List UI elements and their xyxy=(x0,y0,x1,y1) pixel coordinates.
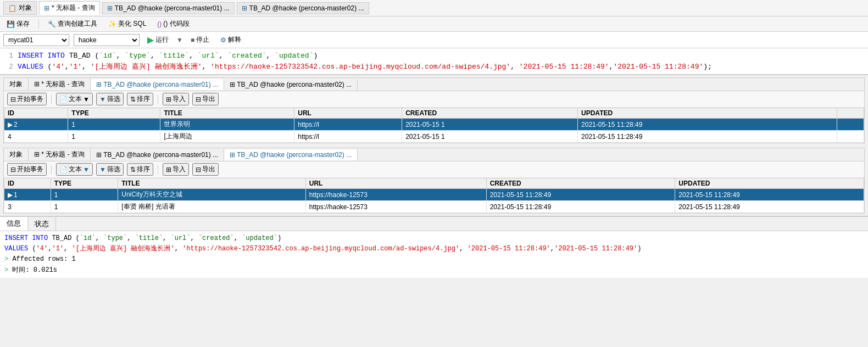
table-row[interactable]: 3 1 [奉贤 南桥] 光语著 https://haoke-12573 2021… xyxy=(4,201,864,213)
sort-icon-1: ⇅ xyxy=(130,96,136,103)
p2-r1-title: UniCity万科天空之城 xyxy=(118,189,306,201)
panel1-tab-master01[interactable]: ⊞ TB_AD @haoke (percona-master01) ... xyxy=(91,79,224,90)
p2-r2-url: https://haoke-12573 xyxy=(305,201,486,213)
run-button[interactable]: ▶ 运行 xyxy=(144,33,172,46)
panel2-tab-master02[interactable]: ⊞ TB_AD @haoke (percona-master02) ... xyxy=(224,149,358,160)
p2-r1-created: 2021-05-15 11:28:49 xyxy=(486,189,675,201)
tab-tb-ad-master01[interactable]: ⊞ TB_AD @haoke (percona-master01) ... xyxy=(102,2,235,14)
stop-button[interactable]: ■ 停止 xyxy=(187,34,213,46)
panel2-tab-object[interactable]: 对象 xyxy=(4,148,29,161)
p2-sort-btn[interactable]: ⇅ 排序 xyxy=(127,163,153,176)
p1-r1-created: 2021-05-15 1 xyxy=(402,119,578,131)
p1-r2-title: [上海周边 xyxy=(160,131,294,143)
sql-line-2: 2 VALUES ('4','1', '[上海周边 嘉兴] 融创海逸长洲', '… xyxy=(4,61,864,72)
save-icon: 💾 xyxy=(7,20,15,28)
p1-sep1 xyxy=(51,95,52,104)
sql-editor[interactable]: 1 INSERT INTO TB_AD (`id`, `type`, `titl… xyxy=(0,48,868,75)
p2-col-url: URL xyxy=(305,178,486,189)
result-panel-1: 对象 ⊞ * 无标题 - 查询 ⊞ TB_AD @haoke (percona-… xyxy=(3,77,865,143)
info-tab-status[interactable]: 状态 xyxy=(28,217,56,231)
filter-icon-1: ▼ xyxy=(99,96,106,103)
run-icon: ▶ xyxy=(147,35,154,45)
p2-r2-id: 3 xyxy=(4,201,51,213)
table-icon-2: ⊞ xyxy=(242,4,247,12)
result-panel-2: 对象 ⊞ * 无标题 - 查询 ⊞ TB_AD @haoke (percona-… xyxy=(3,148,865,214)
sql-text-1: INSERT INTO TB_AD (`id`, `type`, `title`… xyxy=(18,51,318,61)
table-icon-1: ⊞ xyxy=(107,4,113,12)
export-icon-1: ⊟ xyxy=(196,96,201,103)
p2-import-btn[interactable]: ⊞ 导入 xyxy=(163,163,189,176)
line-number-2: 2 xyxy=(4,61,13,72)
info-line-4: > 时间: 0.021s xyxy=(4,265,864,276)
db-select-1[interactable]: mycat01 xyxy=(3,34,69,46)
p2-sep1 xyxy=(51,165,52,174)
sql-line-1: 1 INSERT INTO TB_AD (`id`, `type`, `titl… xyxy=(4,51,864,61)
p1-col-extra xyxy=(837,108,864,119)
info-content: INSERT INTO TB_AD (`id`, `type`, `title`… xyxy=(0,231,868,278)
panel1-toolbar: ⊟ 开始事务 📄 文本 ▼ ▼ 筛选 ⇅ 排序 ⊞ 导入 xyxy=(4,91,864,108)
p2-col-updated: UPDATED xyxy=(675,178,864,189)
p2-filter-btn[interactable]: ▼ 筛选 xyxy=(96,163,124,176)
p1-r1-extra xyxy=(837,119,864,131)
p1-export-btn[interactable]: ⊟ 导出 xyxy=(192,93,219,105)
table-row[interactable]: 4 1 [上海周边 https://l 2021-05-15 1 2021-05… xyxy=(4,131,864,143)
p1-filter-btn[interactable]: ▼ 筛选 xyxy=(96,93,124,105)
text-icon-1: 📄 xyxy=(59,96,68,103)
query-icon: ⊞ xyxy=(44,4,49,12)
save-button[interactable]: 💾 保存 xyxy=(3,18,33,30)
panel1-tab-master02[interactable]: ⊞ TB_AD @haoke (percona-master02) ... xyxy=(224,79,358,90)
p1-r2-updated: 2021-05-15 11:28:49 xyxy=(578,131,837,143)
tab-tb-ad-master02[interactable]: ⊞ TB_AD @haoke (percona-master02) ... xyxy=(237,2,369,14)
p2-r1-type: 1 xyxy=(51,189,118,201)
p1-text-btn[interactable]: 📄 文本 ▼ xyxy=(56,93,93,105)
text-dropdown-1: ▼ xyxy=(83,96,90,103)
p1-col-type: TYPE xyxy=(68,108,160,119)
separator-run: ▼ xyxy=(176,36,183,44)
tab-object[interactable]: 📋 对象 xyxy=(3,1,37,15)
p2-r1-url: https://haoke-12573 xyxy=(305,189,486,201)
panel2-tab-query[interactable]: ⊞ * 无标题 - 查询 xyxy=(29,148,91,161)
panel1-tab-query[interactable]: ⊞ * 无标题 - 查询 xyxy=(29,78,91,91)
panel2-tab-master01[interactable]: ⊞ TB_AD @haoke (percona-master01) ... xyxy=(91,149,224,160)
explain-button[interactable]: ⚙ 解释 xyxy=(217,34,244,46)
p1-r2-id: 4 xyxy=(4,131,68,143)
p2-text-btn[interactable]: 📄 文本 ▼ xyxy=(56,163,93,176)
p2-col-title: TITLE xyxy=(118,178,306,189)
p1-r1-updated: 2021-05-15 11:28:49 xyxy=(578,119,837,131)
table-row[interactable]: ▶2 1 世界亲明 https://l 2021-05-15 1 2021-05… xyxy=(4,119,864,131)
import-icon-1: ⊞ xyxy=(166,96,171,103)
db-selector-bar: mycat01 haoke ▶ 运行 ▼ ■ 停止 ⚙ 解释 xyxy=(0,32,868,48)
p1-r2-created: 2021-05-15 1 xyxy=(402,131,578,143)
p1-r1-id: ▶2 xyxy=(4,119,68,131)
beautify-button[interactable]: ✨ 美化 SQL xyxy=(105,18,149,30)
info-tab-info[interactable]: 信息 xyxy=(0,217,28,231)
table-row[interactable]: ▶1 1 UniCity万科天空之城 https://haoke-12573 2… xyxy=(4,189,864,201)
info-tabs: 信息 状态 xyxy=(0,217,868,231)
code-icon: () xyxy=(157,20,162,28)
query-tool-button[interactable]: 🔧 查询创建工具 xyxy=(44,18,101,30)
p2-col-type: TYPE xyxy=(51,178,118,189)
info-panel: 信息 状态 INSERT INTO TB_AD (`id`, `type`, `… xyxy=(0,216,868,278)
p2-r1-updated: 2021-05-15 11:28:49 xyxy=(675,189,864,201)
p1-import-btn[interactable]: ⊞ 导入 xyxy=(163,93,189,105)
p1-sort-btn[interactable]: ⇅ 排序 xyxy=(127,93,153,105)
p2-export-btn[interactable]: ⊟ 导出 xyxy=(192,163,219,176)
p1-col-id: ID xyxy=(4,108,68,119)
text-icon-2: 📄 xyxy=(59,166,68,174)
tab-query[interactable]: ⊞ * 无标题 - 查询 xyxy=(39,1,100,15)
sql-text-2: VALUES ('4','1', '[上海周边 嘉兴] 融创海逸长洲', 'ht… xyxy=(18,61,712,72)
panel1-table: ID TYPE TITLE URL CREATED UPDATED ▶2 1 世… xyxy=(4,108,864,143)
p2-r2-type: 1 xyxy=(51,201,118,213)
beautify-icon: ✨ xyxy=(108,20,116,28)
stop-icon: ■ xyxy=(191,36,194,44)
p2-start-transaction[interactable]: ⊟ 开始事务 xyxy=(7,163,47,176)
import-icon-2: ⊞ xyxy=(166,166,171,174)
p2-r1-id: ▶1 xyxy=(4,189,51,201)
db-select-2[interactable]: haoke xyxy=(74,34,140,46)
panel2-header-row: ID TYPE TITLE URL CREATED UPDATED xyxy=(4,178,864,189)
panel1-tab-object[interactable]: 对象 xyxy=(4,78,29,91)
p1-start-transaction[interactable]: ⊟ 开始事务 xyxy=(7,93,47,105)
code-button[interactable]: () () 代码段 xyxy=(154,18,192,30)
transaction-icon-2: ⊟ xyxy=(10,166,16,174)
p2-col-created: CREATED xyxy=(486,178,675,189)
